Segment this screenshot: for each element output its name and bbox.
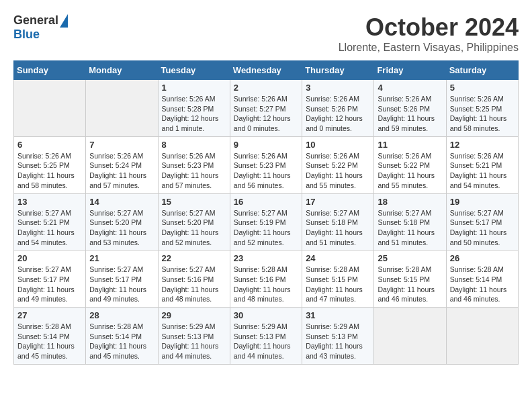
calendar-week-row: 6Sunrise: 5:26 AM Sunset: 5:25 PM Daylig…: [14, 136, 519, 193]
day-number: 30: [234, 310, 298, 320]
day-number: 8: [162, 140, 226, 150]
logo: General Blue: [13, 13, 68, 42]
calendar-header: SundayMondayTuesdayWednesdayThursdayFrid…: [14, 61, 519, 80]
weekday-header-thursday: Thursday: [302, 61, 374, 80]
calendar-cell: 7Sunrise: 5:26 AM Sunset: 5:24 PM Daylig…: [86, 136, 158, 193]
calendar-cell: 21Sunrise: 5:27 AM Sunset: 5:17 PM Dayli…: [86, 250, 158, 308]
calendar-cell: 17Sunrise: 5:27 AM Sunset: 5:18 PM Dayli…: [302, 193, 374, 250]
month-title: October 2024: [339, 13, 519, 42]
day-info: Sunrise: 5:29 AM Sunset: 5:13 PM Dayligh…: [162, 322, 226, 361]
day-info: Sunrise: 5:28 AM Sunset: 5:14 PM Dayligh…: [89, 322, 154, 361]
page-header: General Blue October 2024 Llorente, East…: [13, 13, 519, 54]
calendar-cell: 24Sunrise: 5:28 AM Sunset: 5:15 PM Dayli…: [302, 250, 374, 308]
calendar-cell: 14Sunrise: 5:27 AM Sunset: 5:20 PM Dayli…: [86, 193, 158, 250]
calendar-cell: 8Sunrise: 5:26 AM Sunset: 5:23 PM Daylig…: [158, 136, 230, 193]
calendar-cell: 23Sunrise: 5:28 AM Sunset: 5:16 PM Dayli…: [230, 250, 302, 308]
calendar-cell: 11Sunrise: 5:26 AM Sunset: 5:22 PM Dayli…: [374, 136, 446, 193]
day-number: 15: [162, 197, 226, 207]
calendar-cell: 25Sunrise: 5:28 AM Sunset: 5:15 PM Dayli…: [374, 250, 446, 308]
day-number: 24: [306, 253, 370, 263]
calendar-table: SundayMondayTuesdayWednesdayThursdayFrid…: [13, 60, 519, 365]
day-number: 25: [378, 253, 442, 263]
calendar-cell: 9Sunrise: 5:26 AM Sunset: 5:23 PM Daylig…: [230, 136, 302, 193]
day-number: 1: [162, 83, 226, 93]
weekday-header-saturday: Saturday: [446, 61, 518, 80]
day-info: Sunrise: 5:27 AM Sunset: 5:20 PM Dayligh…: [162, 208, 226, 248]
day-number: 6: [17, 140, 82, 150]
calendar-cell: 13Sunrise: 5:27 AM Sunset: 5:21 PM Dayli…: [14, 193, 86, 250]
day-number: 18: [378, 197, 442, 207]
day-info: Sunrise: 5:27 AM Sunset: 5:17 PM Dayligh…: [17, 265, 82, 304]
day-info: Sunrise: 5:28 AM Sunset: 5:15 PM Dayligh…: [306, 265, 370, 304]
title-block: October 2024 Llorente, Eastern Visayas, …: [339, 13, 519, 54]
day-number: 4: [378, 83, 442, 93]
day-info: Sunrise: 5:26 AM Sunset: 5:22 PM Dayligh…: [306, 151, 370, 191]
day-info: Sunrise: 5:27 AM Sunset: 5:20 PM Dayligh…: [89, 208, 154, 248]
day-number: 7: [89, 140, 154, 150]
calendar-cell: 18Sunrise: 5:27 AM Sunset: 5:18 PM Dayli…: [374, 193, 446, 250]
day-number: 29: [162, 310, 226, 320]
calendar-cell: 20Sunrise: 5:27 AM Sunset: 5:17 PM Dayli…: [14, 250, 86, 308]
calendar-week-row: 13Sunrise: 5:27 AM Sunset: 5:21 PM Dayli…: [14, 193, 519, 250]
day-info: Sunrise: 5:27 AM Sunset: 5:18 PM Dayligh…: [378, 208, 442, 248]
day-info: Sunrise: 5:27 AM Sunset: 5:17 PM Dayligh…: [450, 208, 515, 248]
day-info: Sunrise: 5:26 AM Sunset: 5:23 PM Dayligh…: [162, 151, 226, 191]
calendar-cell: 31Sunrise: 5:29 AM Sunset: 5:13 PM Dayli…: [302, 308, 374, 365]
day-info: Sunrise: 5:26 AM Sunset: 5:25 PM Dayligh…: [17, 151, 82, 191]
weekday-header-sunday: Sunday: [14, 61, 86, 80]
day-number: 12: [450, 140, 515, 150]
day-number: 27: [17, 310, 82, 320]
weekday-header-wednesday: Wednesday: [230, 61, 302, 80]
day-number: 5: [450, 83, 515, 93]
calendar-cell: 30Sunrise: 5:29 AM Sunset: 5:13 PM Dayli…: [230, 308, 302, 365]
day-info: Sunrise: 5:27 AM Sunset: 5:21 PM Dayligh…: [17, 208, 82, 248]
day-number: 10: [306, 140, 370, 150]
calendar-cell: 3Sunrise: 5:26 AM Sunset: 5:26 PM Daylig…: [302, 80, 374, 137]
day-number: 13: [17, 197, 82, 207]
day-number: 16: [234, 197, 298, 207]
day-info: Sunrise: 5:27 AM Sunset: 5:18 PM Dayligh…: [306, 208, 370, 248]
day-info: Sunrise: 5:26 AM Sunset: 5:27 PM Dayligh…: [234, 94, 298, 134]
day-number: 21: [89, 253, 154, 263]
calendar-cell: 4Sunrise: 5:26 AM Sunset: 5:26 PM Daylig…: [374, 80, 446, 137]
calendar-cell: 5Sunrise: 5:26 AM Sunset: 5:25 PM Daylig…: [446, 80, 518, 137]
calendar-cell: 15Sunrise: 5:27 AM Sunset: 5:20 PM Dayli…: [158, 193, 230, 250]
day-info: Sunrise: 5:28 AM Sunset: 5:14 PM Dayligh…: [17, 322, 82, 361]
calendar-cell: [446, 308, 518, 365]
day-info: Sunrise: 5:26 AM Sunset: 5:24 PM Dayligh…: [89, 151, 154, 191]
day-info: Sunrise: 5:26 AM Sunset: 5:26 PM Dayligh…: [378, 94, 442, 134]
calendar-cell: 28Sunrise: 5:28 AM Sunset: 5:14 PM Dayli…: [86, 308, 158, 365]
calendar-cell: 19Sunrise: 5:27 AM Sunset: 5:17 PM Dayli…: [446, 193, 518, 250]
day-number: 28: [89, 310, 154, 320]
calendar-cell: [14, 80, 86, 137]
day-info: Sunrise: 5:28 AM Sunset: 5:14 PM Dayligh…: [450, 265, 515, 304]
calendar-week-row: 1Sunrise: 5:26 AM Sunset: 5:28 PM Daylig…: [14, 80, 519, 137]
day-info: Sunrise: 5:29 AM Sunset: 5:13 PM Dayligh…: [306, 322, 370, 361]
day-number: 11: [378, 140, 442, 150]
calendar-cell: 27Sunrise: 5:28 AM Sunset: 5:14 PM Dayli…: [14, 308, 86, 365]
calendar-cell: 6Sunrise: 5:26 AM Sunset: 5:25 PM Daylig…: [14, 136, 86, 193]
location-text: Llorente, Eastern Visayas, Philippines: [339, 42, 519, 54]
day-number: 3: [306, 83, 370, 93]
day-info: Sunrise: 5:28 AM Sunset: 5:15 PM Dayligh…: [378, 265, 442, 304]
weekday-header-row: SundayMondayTuesdayWednesdayThursdayFrid…: [14, 61, 519, 80]
day-info: Sunrise: 5:28 AM Sunset: 5:16 PM Dayligh…: [234, 265, 298, 304]
calendar-body: 1Sunrise: 5:26 AM Sunset: 5:28 PM Daylig…: [14, 80, 519, 365]
day-info: Sunrise: 5:26 AM Sunset: 5:28 PM Dayligh…: [162, 94, 226, 134]
day-number: 23: [234, 253, 298, 263]
calendar-cell: 26Sunrise: 5:28 AM Sunset: 5:14 PM Dayli…: [446, 250, 518, 308]
day-info: Sunrise: 5:26 AM Sunset: 5:25 PM Dayligh…: [450, 94, 515, 134]
day-info: Sunrise: 5:26 AM Sunset: 5:22 PM Dayligh…: [378, 151, 442, 191]
day-number: 22: [162, 253, 226, 263]
calendar-week-row: 20Sunrise: 5:27 AM Sunset: 5:17 PM Dayli…: [14, 250, 519, 308]
day-number: 14: [89, 197, 154, 207]
day-info: Sunrise: 5:27 AM Sunset: 5:17 PM Dayligh…: [89, 265, 154, 304]
calendar-cell: 29Sunrise: 5:29 AM Sunset: 5:13 PM Dayli…: [158, 308, 230, 365]
day-number: 19: [450, 197, 515, 207]
weekday-header-friday: Friday: [374, 61, 446, 80]
logo-blue-text: Blue: [13, 28, 40, 42]
calendar-cell: 2Sunrise: 5:26 AM Sunset: 5:27 PM Daylig…: [230, 80, 302, 137]
logo-general-text: General: [13, 13, 58, 28]
calendar-cell: 22Sunrise: 5:27 AM Sunset: 5:16 PM Dayli…: [158, 250, 230, 308]
day-info: Sunrise: 5:26 AM Sunset: 5:26 PM Dayligh…: [306, 94, 370, 134]
